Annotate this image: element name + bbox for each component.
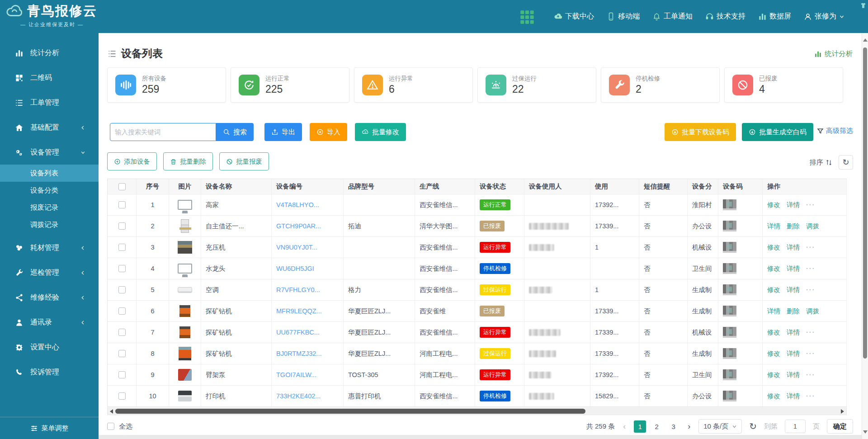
action-link-详情[interactable]: 详情: [787, 349, 800, 358]
prev-page-arrow[interactable]: ‹: [622, 422, 627, 431]
action-link-修改[interactable]: 修改: [767, 349, 780, 358]
device-code-link[interactable]: UU677FKBC...: [276, 329, 320, 336]
action-link-修改[interactable]: 修改: [767, 286, 780, 294]
page-number-3[interactable]: 3: [667, 420, 679, 433]
action-link-详情[interactable]: 详情: [787, 392, 800, 401]
device-qr-code[interactable]: [723, 284, 736, 295]
nav-item-order-notice[interactable]: 工单通知: [652, 12, 693, 21]
more-actions-button[interactable]: ···: [806, 392, 816, 400]
scroll-down-arrow-icon[interactable]: [863, 430, 868, 434]
search-button[interactable]: 搜索: [216, 123, 254, 141]
device-qr-code[interactable]: [723, 242, 736, 253]
horizontal-scrollbar[interactable]: [107, 408, 847, 415]
more-actions-button[interactable]: ···: [806, 350, 816, 357]
action-link-详情[interactable]: 详情: [787, 371, 800, 379]
device-qr-code[interactable]: [723, 221, 736, 231]
refresh-button[interactable]: ↻: [839, 155, 853, 170]
nav-item-download-center[interactable]: 下载中心: [554, 12, 594, 21]
action-link-详情[interactable]: 详情: [787, 243, 800, 252]
device-qr-code[interactable]: [723, 391, 736, 401]
device-qr-code[interactable]: [723, 263, 736, 274]
row-checkbox[interactable]: [118, 201, 126, 208]
scroll-left-arrow-icon[interactable]: [110, 409, 113, 414]
device-code-link[interactable]: TGOI7AILW...: [276, 371, 316, 378]
batch-scrap-button[interactable]: 批量报废: [219, 152, 269, 170]
action-link-详情[interactable]: 详情: [787, 328, 800, 337]
nav-item-data-screen[interactable]: 数据屏: [758, 12, 791, 21]
add-device-button[interactable]: 添加设备: [107, 152, 157, 170]
import-button[interactable]: 导入: [310, 123, 347, 141]
sidebar-item-settings[interactable]: 设置中心: [0, 338, 99, 356]
page-number-2[interactable]: 2: [651, 420, 663, 433]
sidebar-item-inspection[interactable]: 巡检管理: [0, 264, 99, 282]
sidebar-item-contacts[interactable]: 通讯录: [0, 313, 99, 331]
row-checkbox[interactable]: [118, 222, 126, 230]
theme-clothes-icon[interactable]: [860, 2, 867, 9]
goto-page-input[interactable]: [785, 420, 806, 433]
action-link-调拨[interactable]: 调拨: [806, 307, 819, 316]
row-checkbox[interactable]: [118, 371, 126, 378]
sidebar-item-device-list[interactable]: 设备列表: [0, 165, 99, 182]
horizontal-scroll-thumb[interactable]: [115, 409, 585, 414]
row-checkbox[interactable]: [118, 329, 126, 336]
more-actions-button[interactable]: ···: [806, 244, 816, 251]
device-code-link[interactable]: GTCH9P0AR...: [276, 222, 321, 230]
device-code-link[interactable]: WU6DH5JGI: [276, 265, 314, 272]
action-link-详情[interactable]: 详情: [767, 222, 780, 231]
device-code-link[interactable]: VN9U0YJ0T...: [276, 244, 317, 251]
device-qr-code[interactable]: [723, 199, 736, 210]
sidebar-item-complaints[interactable]: 投诉管理: [0, 363, 99, 381]
vertical-scroll-thumb[interactable]: [863, 47, 867, 359]
sidebar-item-scrap-records[interactable]: 报废记录: [0, 199, 99, 216]
action-link-修改[interactable]: 修改: [767, 392, 780, 401]
device-code-link[interactable]: R7VFHLGY0...: [276, 286, 320, 293]
more-actions-button[interactable]: ···: [806, 329, 816, 336]
batch-edit-button[interactable]: 批量修改: [355, 123, 406, 141]
action-link-修改[interactable]: 修改: [767, 328, 780, 337]
device-qr-code[interactable]: [723, 348, 736, 359]
action-link-删除[interactable]: 删除: [787, 222, 800, 231]
sidebar-item-devices[interactable]: 设备管理: [0, 143, 99, 161]
apps-grid-icon[interactable]: [520, 10, 534, 24]
sidebar-item-consumables[interactable]: 耗材管理: [0, 239, 99, 257]
action-link-修改[interactable]: 修改: [767, 264, 780, 273]
select-all-checkbox[interactable]: [107, 423, 114, 430]
sidebar-item-transfer-records[interactable]: 调拨记录: [0, 216, 99, 233]
scroll-up-arrow-icon[interactable]: [863, 38, 868, 42]
row-checkbox[interactable]: [118, 350, 126, 357]
row-checkbox[interactable]: [118, 244, 126, 251]
sidebar-item-repair-exp[interactable]: 维修经验: [0, 288, 99, 307]
vertical-scrollbar[interactable]: [862, 33, 868, 439]
sidebar-item-menu-adjust[interactable]: 菜单调整: [0, 417, 99, 439]
sidebar-item-qr-code[interactable]: 二维码: [0, 69, 99, 87]
sort-control[interactable]: 排序: [810, 158, 832, 167]
batch-generate-blank-codes-button[interactable]: 批量生成空白码: [742, 123, 813, 141]
more-actions-button[interactable]: ···: [806, 371, 816, 378]
page-size-select[interactable]: 10 条/页: [698, 419, 742, 434]
more-actions-button[interactable]: ···: [806, 201, 816, 208]
page-number-1[interactable]: 1: [634, 420, 646, 433]
device-code-link[interactable]: MFR9LEQQZ...: [276, 307, 322, 315]
sidebar-item-stats[interactable]: 统计分析: [0, 44, 99, 62]
row-checkbox[interactable]: [118, 307, 126, 315]
nav-item-tech-support[interactable]: 技术支持: [705, 12, 745, 21]
action-link-详情[interactable]: 详情: [787, 286, 800, 294]
more-actions-button[interactable]: ···: [806, 265, 816, 272]
row-checkbox[interactable]: [118, 392, 126, 400]
confirm-button[interactable]: 确定: [827, 419, 853, 434]
action-link-修改[interactable]: 修改: [767, 371, 780, 379]
action-link-修改[interactable]: 修改: [767, 201, 780, 209]
device-qr-code[interactable]: [723, 369, 736, 380]
row-checkbox[interactable]: [118, 265, 126, 272]
nav-item-mobile[interactable]: 移动端: [607, 12, 640, 21]
sidebar-item-base-config[interactable]: 基础配置: [0, 118, 99, 137]
device-qr-code[interactable]: [723, 306, 736, 316]
header-checkbox[interactable]: [118, 183, 126, 190]
next-page-arrow[interactable]: ›: [687, 422, 691, 431]
sidebar-item-device-category[interactable]: 设备分类: [0, 182, 99, 199]
advanced-filter-link[interactable]: 高级筛选: [817, 127, 853, 135]
batch-delete-button[interactable]: 批量删除: [163, 152, 213, 170]
more-actions-button[interactable]: ···: [806, 286, 816, 293]
row-checkbox[interactable]: [118, 286, 126, 293]
scroll-right-arrow-icon[interactable]: [841, 409, 844, 414]
